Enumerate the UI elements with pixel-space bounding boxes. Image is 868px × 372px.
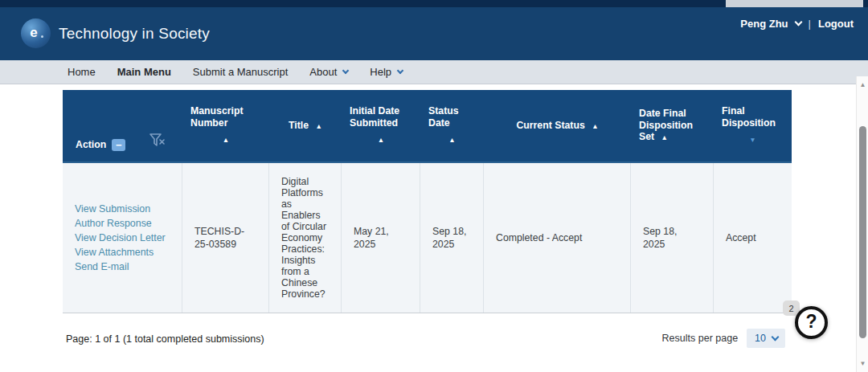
results-per-page-value: 10 xyxy=(755,333,766,344)
view-submission-link[interactable]: View Submission xyxy=(75,202,170,216)
column-header-title[interactable]: Title ▲ xyxy=(269,90,342,161)
window-top-strip-notch xyxy=(726,0,863,7)
results-per-page-label: Results per page xyxy=(662,333,739,344)
user-separator: | xyxy=(809,18,811,30)
cell-status-date: Sep 18, 2025 xyxy=(420,163,484,313)
cell-initial-date-submitted: May 21, 2025 xyxy=(342,163,420,313)
chevron-down-icon xyxy=(772,333,780,341)
user-menu[interactable]: Peng Zhu xyxy=(740,18,788,30)
column-header-final-disposition[interactable]: Final Disposition ▼ xyxy=(714,90,792,161)
logo-dot xyxy=(41,35,43,38)
sort-desc-icon[interactable]: ▼ xyxy=(749,134,755,146)
sort-asc-icon[interactable]: ▲ xyxy=(316,122,322,130)
date-final-disposition-set: Sep 18, 2025 xyxy=(643,225,702,251)
cell-action: View Submission Author Response View Dec… xyxy=(63,163,182,313)
journal-banner: e Technology in Society Peng Zhu | Logou… xyxy=(0,7,868,60)
sort-asc-icon[interactable]: ▲ xyxy=(378,134,384,146)
column-header-label: Final Disposition xyxy=(722,105,784,129)
author-response-link[interactable]: Author Response xyxy=(75,217,170,231)
question-mark-icon: ? xyxy=(805,311,817,333)
view-attachments-link[interactable]: View Attachments xyxy=(75,246,170,260)
column-header-date-final-disposition-set[interactable]: Date Final Disposition Set ▲ xyxy=(631,90,714,161)
column-header-initial-date-submitted[interactable]: Initial Date Submitted ▲ xyxy=(342,90,420,161)
nav-item-label: About xyxy=(309,66,337,78)
chevron-down-icon xyxy=(397,67,403,74)
clear-filter-icon[interactable] xyxy=(149,133,166,151)
column-header-label: Title xyxy=(289,120,309,131)
manuscript-title: Digital Platforms as Enablers of Circula… xyxy=(281,176,330,300)
logout-button[interactable]: Logout xyxy=(818,18,854,30)
logo-letter: e xyxy=(30,25,37,41)
editorial-manager-screen: e Technology in Society Peng Zhu | Logou… xyxy=(0,0,868,372)
table-row: View Submission Author Response View Dec… xyxy=(63,163,792,313)
scroll-up-arrow-icon[interactable]: ▲ xyxy=(857,81,868,88)
results-per-page: Results per page 10 xyxy=(662,329,785,348)
manuscript-number: TECHIS-D-25-03589 xyxy=(194,225,257,251)
send-email-link[interactable]: Send E-mail xyxy=(75,260,170,274)
sort-asc-icon[interactable]: ▲ xyxy=(223,134,229,146)
window-top-strip-corner xyxy=(863,0,868,7)
journal-title: Technology in Society xyxy=(59,25,210,43)
page-info: Page: 1 of 1 (1 total completed submissi… xyxy=(66,333,264,345)
nav-item-label: Help xyxy=(370,66,391,78)
nav-item-main-menu[interactable]: Main Menu xyxy=(117,66,171,78)
column-header-label: Current Status xyxy=(516,120,584,131)
column-header-label: Status Date xyxy=(428,105,476,129)
help-button[interactable]: ? xyxy=(795,306,828,339)
column-header-label: Action xyxy=(76,139,106,151)
editorial-manager-logo-icon: e xyxy=(21,18,51,48)
cell-title: Digital Platforms as Enablers of Circula… xyxy=(269,163,342,313)
scrollbar-thumb[interactable] xyxy=(859,126,866,338)
chevron-down-icon[interactable] xyxy=(794,18,802,27)
completed-submissions-table: Action − Manuscript Number ▲ Title ▲ xyxy=(63,90,792,313)
view-decision-letter-link[interactable]: View Decision Letter xyxy=(75,231,170,245)
status-date: Sep 18, 2025 xyxy=(432,225,472,251)
vertical-scrollbar[interactable]: ▲ ▼ xyxy=(856,76,868,372)
collapse-action-column-icon[interactable]: − xyxy=(112,139,125,151)
scroll-down-arrow-icon[interactable]: ▼ xyxy=(857,360,868,367)
cell-manuscript-number: TECHIS-D-25-03589 xyxy=(182,163,269,313)
window-top-strip xyxy=(0,0,868,7)
column-header-status-date[interactable]: Status Date ▲ xyxy=(420,90,484,161)
nav-item-about[interactable]: About xyxy=(309,66,348,78)
final-disposition: Accept xyxy=(726,231,780,244)
nav-item-help[interactable]: Help xyxy=(370,66,403,78)
nav-item-home[interactable]: Home xyxy=(68,66,96,78)
results-per-page-select[interactable]: 10 xyxy=(747,329,785,348)
nav-item-label: Home xyxy=(68,66,96,78)
chevron-down-icon xyxy=(342,67,349,74)
main-navbar: Home Main Menu Submit a Manuscript About… xyxy=(0,60,868,84)
nav-item-label: Submit a Manuscript xyxy=(193,66,289,78)
sort-asc-icon[interactable]: ▲ xyxy=(592,122,598,130)
nav-item-submit-a-manuscript[interactable]: Submit a Manuscript xyxy=(193,66,289,78)
column-header-manuscript-number[interactable]: Manuscript Number ▲ xyxy=(182,90,269,161)
cell-final-disposition: Accept xyxy=(714,163,792,313)
column-header-current-status[interactable]: Current Status ▲ xyxy=(484,90,631,161)
current-status: Completed - Accept xyxy=(496,231,619,244)
cell-date-final-disposition-set: Sep 18, 2025 xyxy=(631,163,714,313)
column-header-label: Manuscript Number xyxy=(190,105,261,129)
column-header-label: Initial Date Submitted xyxy=(350,105,412,129)
nav-item-label: Main Menu xyxy=(117,66,171,78)
user-area: Peng Zhu | Logout xyxy=(740,18,854,30)
table-header-row: Action − Manuscript Number ▲ Title ▲ xyxy=(63,90,792,163)
column-header-action: Action − xyxy=(63,90,182,161)
initial-date-submitted: May 21, 2025 xyxy=(354,225,408,251)
cell-current-status: Completed - Accept xyxy=(484,163,631,313)
sort-asc-icon[interactable]: ▲ xyxy=(661,133,668,141)
sort-asc-icon[interactable]: ▲ xyxy=(448,134,455,146)
